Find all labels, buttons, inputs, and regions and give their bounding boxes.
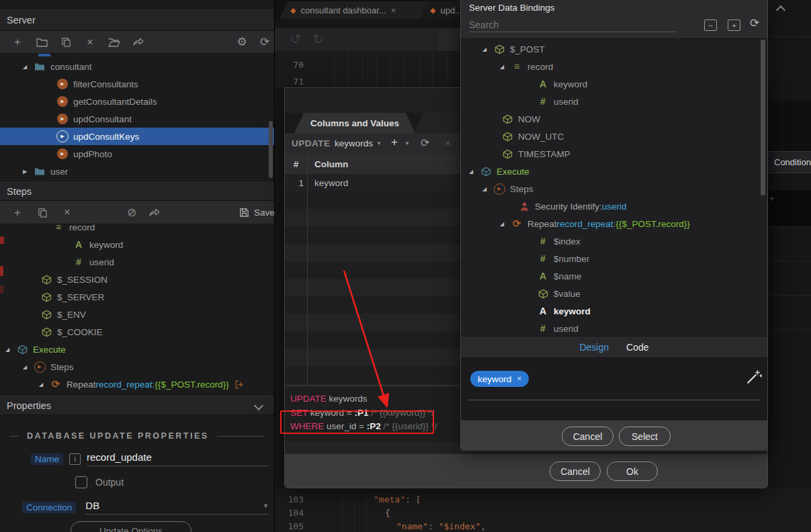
tree-item-name[interactable]: A $name (461, 267, 767, 285)
tree-item-server[interactable]: $_SERVER (0, 288, 274, 306)
cancel-button[interactable]: Cancel (562, 427, 613, 446)
name-input[interactable]: record_update (87, 451, 269, 466)
tree-item-execute[interactable]: ◢ Execute (0, 341, 274, 358)
refresh-icon[interactable]: ⟳ (258, 36, 271, 49)
connection-select[interactable]: DB ▼ (85, 500, 269, 515)
table-select[interactable]: keywords (335, 138, 373, 148)
tree-item-steps[interactable]: ◢ ▶ Steps (0, 358, 274, 375)
expand-icon[interactable]: ◢ (482, 186, 493, 192)
tree-item-upd-consultant[interactable]: ▶ updConsultant (0, 110, 274, 128)
tree-item-keyword[interactable]: A keyword (461, 75, 767, 93)
ok-button[interactable]: Ok (607, 461, 658, 481)
tree-item-keyword[interactable]: A keyword (0, 236, 274, 253)
select-button[interactable]: Select (619, 427, 671, 446)
tree-item-upd-photo[interactable]: ▶ updPhoto (0, 145, 274, 163)
collapse-all-icon[interactable]: − (704, 19, 717, 31)
chip-close-icon[interactable]: × (517, 374, 521, 384)
tree-item-env[interactable]: $_ENV (0, 306, 274, 323)
redo-icon[interactable]: ↻ (313, 32, 324, 47)
tree-item-steps[interactable]: ◢ ▶ Steps (461, 180, 767, 197)
copy-icon[interactable] (36, 206, 49, 219)
export-icon[interactable] (132, 36, 145, 49)
copy-icon[interactable] (59, 36, 73, 49)
editor-tab-consultant-dashboard[interactable]: ◆ consultant dashboar... × (280, 1, 435, 19)
tree-item-upd-consult-keys-selected[interactable]: ▶ updConsultKeys (0, 128, 274, 145)
tree-item-number[interactable]: # $number (461, 250, 767, 267)
expand-icon[interactable]: ◢ (500, 221, 511, 227)
tab-columns-and-values[interactable]: Columns and Values (294, 113, 415, 133)
tree-item-get-consultant-details[interactable]: ▶ getConsultantDetails (0, 93, 274, 110)
table-select-arrow-icon[interactable]: ▼ (376, 140, 382, 146)
tree-item-index[interactable]: # $index (461, 232, 767, 250)
tree-item-post[interactable]: ◢ $_POST (461, 40, 767, 58)
add-column-icon[interactable]: + (391, 136, 398, 149)
tree-item-execute[interactable]: ◢ Execute (461, 163, 767, 180)
add-step-icon[interactable]: + (11, 206, 24, 219)
expand-icon[interactable]: ◢ (23, 364, 34, 370)
tree-item-now-utc[interactable]: NOW_UTC (461, 128, 767, 145)
add-icon[interactable]: + (11, 36, 24, 49)
tree-item-partial[interactable]: ◢ (0, 393, 274, 396)
tree-item-cookie[interactable]: $_COOKIE (0, 323, 274, 341)
refresh-icon[interactable]: ⟳ (421, 136, 429, 149)
new-folder-icon[interactable] (35, 36, 48, 49)
cube-icon (501, 113, 513, 125)
code-text: "$index" (439, 521, 481, 531)
delete-icon[interactable]: × (83, 36, 97, 49)
tree-item-user-folder[interactable]: ▶ user (0, 163, 274, 180)
tree-item-filter-consultants[interactable]: ▶ filterConsultants (0, 75, 274, 93)
tree-item-repeat[interactable]: ◢ ⟳ Repeat record_repeat: {{$_POST.recor… (461, 215, 767, 232)
expand-icon[interactable]: ◢ (5, 347, 16, 353)
tree-item-timestamp[interactable]: TIMESTAMP (461, 145, 767, 163)
settings-gear-icon[interactable]: ⚙ (235, 36, 249, 49)
dialog-title: Server Data Bindings (469, 1, 555, 15)
remove-column-icon[interactable]: × (445, 137, 451, 148)
search-input[interactable] (469, 18, 676, 32)
output-checkbox[interactable] (75, 476, 87, 488)
tab-code[interactable]: Code (626, 342, 648, 353)
tree-item-record[interactable]: ◢ ≡ record (461, 58, 767, 75)
tree-item-label: keyword (554, 79, 587, 89)
repeat-prefix: Repeat (527, 219, 557, 229)
refresh-icon[interactable]: ⟳ (750, 16, 759, 30)
properties-panel-header[interactable]: Properties (0, 396, 274, 415)
tree-item-value[interactable]: $value (461, 285, 767, 302)
expand-icon[interactable]: ◢ (39, 382, 50, 388)
chevron-down-icon[interactable] (254, 400, 263, 410)
undo-icon[interactable]: ↺ (290, 32, 301, 47)
tree-item-security-identify[interactable]: Security Identify: userid (461, 197, 767, 215)
scrollbar-thumb[interactable] (761, 40, 765, 195)
tree-item-consultant-folder[interactable]: ◢ consultant (0, 58, 274, 75)
magic-wand-icon[interactable] (746, 369, 762, 388)
expand-icon[interactable]: ◢ (469, 169, 480, 175)
collapse-icon[interactable]: ▶ (23, 169, 34, 175)
tree-item-now[interactable]: NOW (461, 110, 767, 128)
scrollbar-thumb[interactable] (269, 121, 273, 178)
open-folder-icon[interactable] (108, 36, 121, 49)
tree-item-keyword-selected[interactable]: A keyword (461, 302, 767, 320)
tab-design[interactable]: Design (579, 342, 609, 353)
tree-item-repeat[interactable]: ◢ ⟳ Repeat record_repeat: {{$_POST.recor… (0, 375, 274, 393)
update-options-button[interactable]: Update Options (71, 521, 191, 532)
tree-item-label: NOW_UTC (518, 132, 564, 142)
delete-icon[interactable]: × (60, 206, 74, 219)
add-column-arrow-icon[interactable]: ▼ (404, 140, 410, 146)
tree-item-record[interactable]: ≡ record (0, 224, 274, 236)
disable-icon[interactable]: ⊘ (125, 206, 138, 219)
cancel-button[interactable]: Cancel (550, 461, 601, 481)
tree-item-userid-2[interactable]: # userid (461, 320, 767, 336)
tree-item-session[interactable]: $_SESSION (0, 271, 274, 288)
tab-close-icon[interactable]: × (391, 5, 396, 15)
expand-icon[interactable]: ◢ (500, 64, 511, 70)
expand-all-icon[interactable]: + (728, 19, 740, 31)
expand-icon[interactable]: ◢ (482, 46, 493, 52)
expand-icon[interactable]: ◢ (23, 64, 34, 70)
bindings-footer: Cancel Select (461, 420, 767, 451)
info-icon[interactable]: i (69, 453, 81, 465)
export-icon[interactable] (148, 206, 161, 219)
save-button[interactable]: Save (239, 208, 275, 218)
tree-item-userid[interactable]: # userid (0, 253, 274, 271)
tree-item-userid[interactable]: # userid (461, 93, 767, 110)
chevron-up-icon[interactable] (776, 5, 785, 15)
binding-chip[interactable]: keyword × (470, 371, 529, 387)
